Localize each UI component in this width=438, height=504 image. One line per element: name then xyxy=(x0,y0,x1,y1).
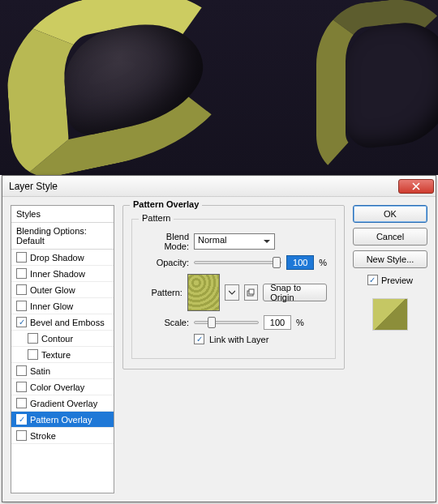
checkbox[interactable]: ✓ xyxy=(16,317,27,327)
settings-panel: Pattern Overlay Pattern Blend Mode: Norm… xyxy=(122,205,345,493)
checkbox[interactable] xyxy=(16,284,27,295)
close-icon xyxy=(412,182,420,190)
slider-thumb-icon[interactable] xyxy=(208,317,216,328)
snap-to-origin-button[interactable]: Snap to Origin xyxy=(263,284,327,301)
checkbox[interactable]: ✓ xyxy=(16,414,27,425)
pattern-swatch[interactable] xyxy=(187,274,220,311)
style-label: Bevel and Emboss xyxy=(30,318,105,327)
link-with-layer-checkbox[interactable]: ✓ xyxy=(194,334,204,344)
style-gradient-overlay[interactable]: Gradient Overlay xyxy=(11,395,114,412)
style-satin[interactable]: Satin xyxy=(11,363,114,379)
scale-input[interactable]: 100 xyxy=(264,315,291,330)
checkbox[interactable] xyxy=(16,398,27,408)
style-stroke[interactable]: Stroke xyxy=(11,428,114,444)
blend-mode-label: Blend Mode: xyxy=(140,232,189,251)
artwork-letter-d xyxy=(2,0,241,175)
style-label: Contour xyxy=(41,334,73,344)
pattern-picker-button[interactable] xyxy=(225,284,239,301)
preview-label: Preview xyxy=(381,275,413,285)
style-label: Pattern Overlay xyxy=(30,415,92,425)
artwork-letter-partial xyxy=(316,0,438,175)
style-texture[interactable]: Texture xyxy=(11,347,114,363)
style-bevel-emboss[interactable]: ✓ Bevel and Emboss xyxy=(11,314,114,331)
style-label: Inner Shadow xyxy=(30,269,85,279)
scale-slider[interactable] xyxy=(194,321,259,324)
pattern-overlay-group: Pattern Overlay Pattern Blend Mode: Norm… xyxy=(122,205,345,369)
style-drop-shadow[interactable]: Drop Shadow xyxy=(11,250,114,266)
layer-style-dialog: Layer Style Styles Blending Options: Def… xyxy=(2,175,436,502)
style-pattern-overlay[interactable]: ✓ Pattern Overlay xyxy=(11,412,114,428)
checkbox[interactable] xyxy=(16,382,27,392)
opacity-slider[interactable] xyxy=(194,261,281,264)
checkbox[interactable] xyxy=(16,430,27,441)
style-label: Color Overlay xyxy=(30,382,84,392)
blending-options[interactable]: Blending Options: Default xyxy=(11,223,114,250)
cancel-button[interactable]: Cancel xyxy=(353,228,427,246)
opacity-unit: % xyxy=(319,258,327,267)
style-color-overlay[interactable]: Color Overlay xyxy=(11,379,114,395)
blend-mode-select[interactable]: Normal xyxy=(194,233,275,250)
style-label: Inner Glow xyxy=(30,301,73,311)
opacity-label: Opacity: xyxy=(140,258,189,267)
preview-swatch xyxy=(372,298,408,331)
checkbox[interactable] xyxy=(16,252,27,263)
dialog-buttons: OK Cancel New Style... ✓ Preview xyxy=(353,205,427,493)
style-label: Texture xyxy=(41,350,71,360)
inner-title: Pattern xyxy=(139,213,174,223)
style-contour[interactable]: Contour xyxy=(11,331,114,347)
style-label: Stroke xyxy=(30,431,56,441)
ok-button[interactable]: OK xyxy=(353,205,427,223)
dialog-title: Layer Style xyxy=(9,181,398,192)
style-label: Satin xyxy=(30,366,50,376)
group-title: Pattern Overlay xyxy=(130,199,202,209)
pattern-group: Pattern Blend Mode: Normal Opacity: 100 xyxy=(131,219,336,359)
styles-header[interactable]: Styles xyxy=(11,206,114,223)
link-with-layer-label: Link with Layer xyxy=(209,335,268,344)
chevron-down-icon xyxy=(229,289,235,296)
new-preset-icon xyxy=(247,288,255,297)
blend-mode-value: Normal xyxy=(198,235,226,245)
style-outer-glow[interactable]: Outer Glow xyxy=(11,282,114,298)
svg-rect-1 xyxy=(249,289,254,294)
scale-unit: % xyxy=(296,318,304,327)
checkbox[interactable] xyxy=(16,365,27,376)
slider-thumb-icon[interactable] xyxy=(273,257,281,268)
style-label: Outer Glow xyxy=(30,285,75,295)
styles-list: Styles Blending Options: Default Drop Sh… xyxy=(11,205,114,493)
checkbox[interactable] xyxy=(28,333,38,344)
preview-checkbox[interactable]: ✓ xyxy=(367,275,378,285)
opacity-input[interactable]: 100 xyxy=(286,255,314,270)
close-button[interactable] xyxy=(398,179,434,194)
pattern-label: Pattern: xyxy=(140,288,182,297)
scale-label: Scale: xyxy=(140,318,189,327)
dialog-titlebar[interactable]: Layer Style xyxy=(2,176,436,197)
style-inner-shadow[interactable]: Inner Shadow xyxy=(11,266,114,282)
style-label: Drop Shadow xyxy=(30,253,84,263)
new-preset-button[interactable] xyxy=(244,284,259,301)
style-label: Gradient Overlay xyxy=(30,399,97,408)
checkbox[interactable] xyxy=(28,349,38,360)
document-canvas xyxy=(0,0,438,175)
checkbox[interactable] xyxy=(16,301,27,311)
new-style-button[interactable]: New Style... xyxy=(353,250,427,268)
style-inner-glow[interactable]: Inner Glow xyxy=(11,298,114,314)
checkbox[interactable] xyxy=(16,268,27,279)
